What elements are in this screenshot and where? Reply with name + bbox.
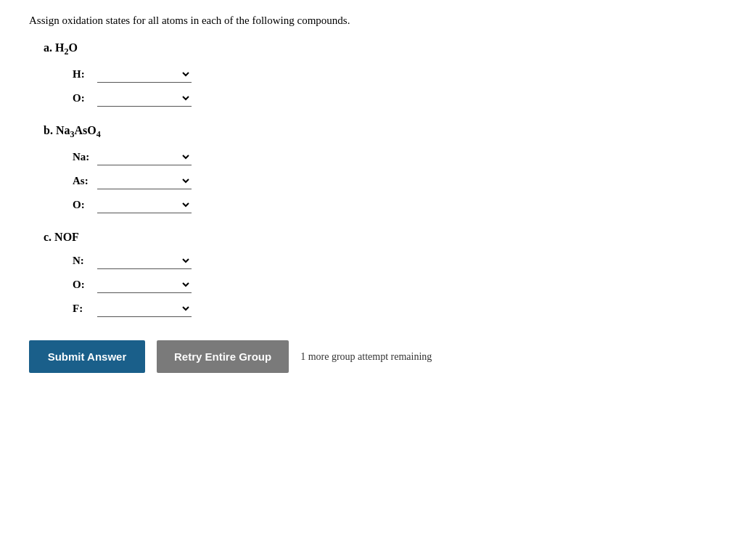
- compound-b-field-o-label: O:: [73, 199, 93, 211]
- compound-c-label: c. NOF: [44, 231, 727, 244]
- submit-answer-button[interactable]: Submit Answer: [29, 340, 145, 373]
- instructions-text: Assign oxidation states for all atoms in…: [29, 15, 727, 27]
- compound-c-field-o-label: O:: [73, 279, 93, 291]
- compound-b-label: b. Na3AsO4: [44, 124, 727, 140]
- compound-c-field-o: O: -4 -3 -2 -1 0 +1 +2 +3 +4: [73, 276, 727, 293]
- compound-c-field-f-label: F:: [73, 303, 93, 315]
- compound-b-section: b. Na3AsO4 Na: -4 -3 -2 -1 0 +1 +2 +3 +4…: [44, 124, 727, 213]
- compound-b-field-o: O: -4 -3 -2 -1 0 +1 +2 +3 +4: [73, 197, 727, 213]
- compound-c-o-select[interactable]: -4 -3 -2 -1 0 +1 +2 +3 +4: [97, 276, 192, 293]
- compound-b-o-select[interactable]: -4 -3 -2 -1 0 +1 +2 +3 +4: [97, 197, 192, 213]
- compound-a-field-o-label: O:: [73, 92, 93, 104]
- compound-a-field-h-label: H:: [73, 68, 93, 81]
- compound-c-field-f: F: -4 -3 -2 -1 0 +1 +2 +3 +4: [73, 300, 727, 317]
- compound-a-section: a. H2O H: -4 -3 -2 -1 0 +1 +2 +3 +4 O: -…: [44, 41, 727, 107]
- compound-c-field-n-label: N:: [73, 255, 93, 267]
- compound-b-field-as: As: -4 -3 -2 -1 0 +1 +2 +3 +4 +5: [73, 173, 727, 189]
- compound-a-field-o: O: -4 -3 -2 -1 0 +1 +2 +3 +4: [73, 90, 727, 107]
- compound-b-field-na: Na: -4 -3 -2 -1 0 +1 +2 +3 +4: [73, 149, 727, 165]
- compound-a-label: a. H2O: [44, 41, 727, 57]
- compound-c-f-select[interactable]: -4 -3 -2 -1 0 +1 +2 +3 +4: [97, 300, 192, 317]
- compound-c-field-n: N: -4 -3 -2 -1 0 +1 +2 +3 +4 +5: [73, 252, 727, 269]
- attempt-notice-text: 1 more group attempt remaining: [300, 351, 432, 363]
- compound-b-field-as-label: As:: [73, 175, 93, 187]
- compound-c-letter: c.: [44, 231, 54, 243]
- compound-b-formula: Na3AsO4: [56, 124, 101, 136]
- compound-b-letter: b.: [44, 124, 56, 136]
- compound-a-o-select[interactable]: -4 -3 -2 -1 0 +1 +2 +3 +4: [97, 90, 192, 107]
- compound-a-field-h: H: -4 -3 -2 -1 0 +1 +2 +3 +4: [73, 66, 727, 83]
- retry-entire-group-button[interactable]: Retry Entire Group: [157, 340, 289, 373]
- compound-a-letter: a.: [44, 41, 55, 54]
- compound-c-formula: NOF: [54, 231, 79, 243]
- compound-c-section: c. NOF N: -4 -3 -2 -1 0 +1 +2 +3 +4 +5 O…: [44, 231, 727, 317]
- compound-c-n-select[interactable]: -4 -3 -2 -1 0 +1 +2 +3 +4 +5: [97, 252, 192, 269]
- compound-b-na-select[interactable]: -4 -3 -2 -1 0 +1 +2 +3 +4: [97, 149, 192, 165]
- compound-a-formula: H2O: [55, 41, 78, 54]
- compound-b-field-na-label: Na:: [73, 151, 93, 163]
- compound-a-h-select[interactable]: -4 -3 -2 -1 0 +1 +2 +3 +4: [97, 66, 192, 83]
- compound-b-as-select[interactable]: -4 -3 -2 -1 0 +1 +2 +3 +4 +5: [97, 173, 192, 189]
- action-bar: Submit Answer Retry Entire Group 1 more …: [29, 340, 727, 373]
